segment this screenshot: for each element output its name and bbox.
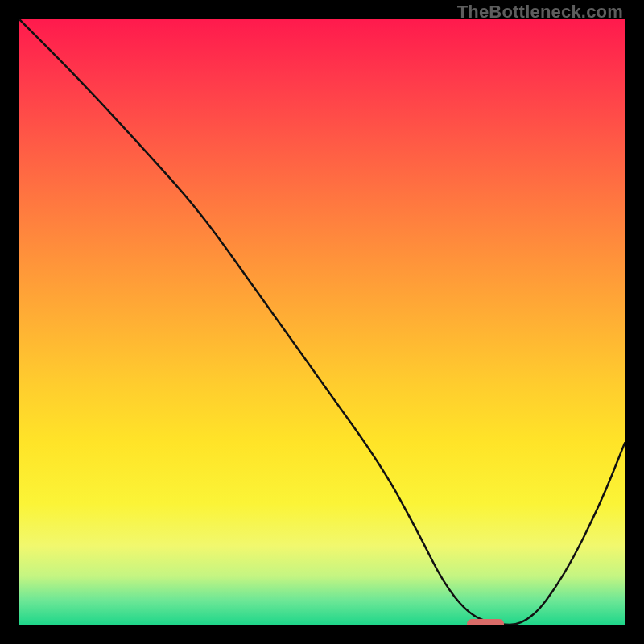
optimal-marker bbox=[467, 619, 503, 625]
curve-path bbox=[19, 19, 625, 625]
watermark-text: TheBottleneck.com bbox=[457, 2, 623, 23]
plot-area bbox=[19, 19, 625, 625]
bottleneck-curve bbox=[19, 19, 625, 625]
chart-frame: TheBottleneck.com bbox=[0, 0, 644, 644]
